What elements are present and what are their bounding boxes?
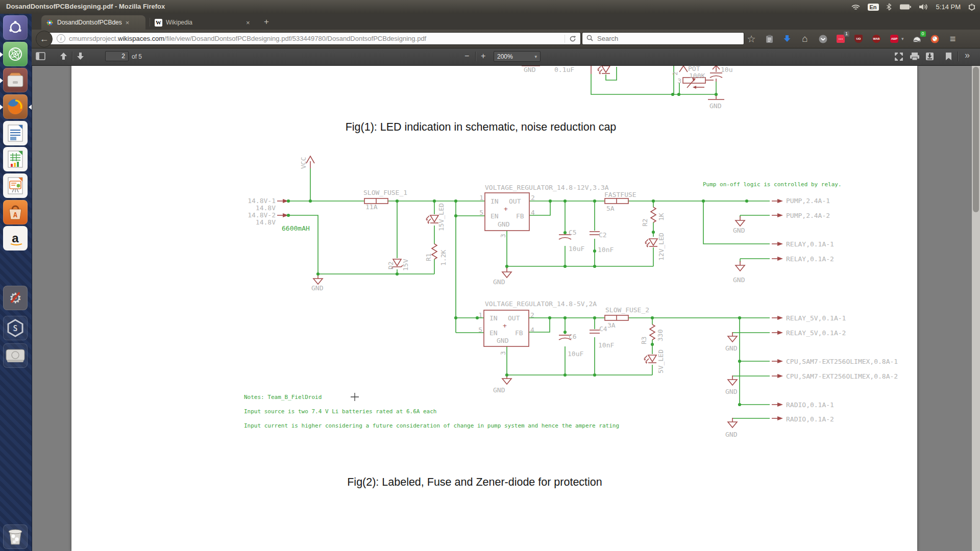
keyboard-indicator[interactable]: En xyxy=(868,4,879,11)
schematic-label: Pump on-off logic is controlled by relay… xyxy=(703,181,842,188)
wab-shield-icon[interactable]: WAB xyxy=(872,34,881,43)
battery-icon[interactable] xyxy=(899,4,912,10)
schematic-label: RELAY_5V,0.1A-2 xyxy=(786,329,846,337)
schematic-label: 330 xyxy=(656,330,664,341)
launcher-item-atom[interactable] xyxy=(3,42,28,66)
crosshair-cursor xyxy=(351,393,359,401)
schematic-label: VOLTAGE_REGULATOR_14.8-12V,3.3A xyxy=(485,184,609,191)
schematic-label: VCC xyxy=(300,157,307,169)
new-tab-button[interactable]: + xyxy=(260,17,273,27)
bluetooth-icon[interactable] xyxy=(886,3,892,11)
bookmark-icon[interactable] xyxy=(945,52,952,63)
schematic-label: 14.8V xyxy=(256,218,276,226)
schematic-label: GND xyxy=(725,431,738,438)
download-icon[interactable] xyxy=(925,52,934,63)
menu-hamburger-icon[interactable]: ≡ xyxy=(948,34,958,43)
schematic-label: RELAY,0.1A-1 xyxy=(786,240,834,248)
presentation-mode-icon[interactable] xyxy=(894,52,903,63)
schematic-label: 14.8V-1 xyxy=(248,197,276,205)
schematic-label: GND xyxy=(497,337,509,344)
bookmark-star-icon[interactable]: ☆ xyxy=(747,34,756,43)
clock[interactable]: 5:14 PM xyxy=(936,3,961,11)
volume-icon[interactable] xyxy=(919,3,929,11)
schematic-label: RADIO,0.1A-2 xyxy=(786,415,834,423)
tab-pdf[interactable]: DosandDontsofPCBdes × xyxy=(41,15,145,30)
pocket-icon[interactable] xyxy=(818,34,827,43)
schematic-label: 0.1uF xyxy=(554,66,574,73)
schematic-label: GND xyxy=(493,386,505,394)
schematic-label: R3 xyxy=(640,336,648,344)
schematic-label: EN xyxy=(491,212,499,220)
scrollbar-thumb[interactable] xyxy=(973,67,979,212)
schematic-label: 5 xyxy=(478,326,482,334)
schematic-label: RELAY_5V,0.1A-1 xyxy=(786,314,846,322)
schematic-label: 4 xyxy=(530,326,534,334)
wikipedia-favicon: W xyxy=(155,19,162,27)
zoom-out-button[interactable]: − xyxy=(464,51,469,61)
zoom-in-button[interactable]: + xyxy=(481,51,485,61)
next-page-icon[interactable] xyxy=(77,52,84,62)
running-indicator xyxy=(0,105,3,110)
launcher-item-s-tool[interactable]: S xyxy=(3,316,28,340)
schematic-label: 2 xyxy=(530,311,534,319)
launcher-item-dash[interactable] xyxy=(3,15,28,40)
launcher-item-trash[interactable] xyxy=(3,524,28,549)
schematic-label: 3 xyxy=(499,351,507,355)
launcher-item-firefox[interactable] xyxy=(3,94,28,119)
schematic-label: R1 xyxy=(425,253,432,261)
tab-close-icon[interactable]: × xyxy=(246,19,250,27)
schematic-label: GND xyxy=(733,276,745,284)
launcher-item-disks[interactable] xyxy=(3,343,28,368)
adblock-plus-icon[interactable]: ABP xyxy=(890,34,899,43)
clipboard-icon[interactable] xyxy=(765,34,774,43)
session-gear-icon[interactable] xyxy=(968,3,976,11)
print-icon[interactable] xyxy=(910,52,920,63)
pdf-toolbar: of 5 − + 200% ▾ » xyxy=(32,48,980,66)
duckduckgo-icon[interactable] xyxy=(930,34,940,43)
schematic-label: VOLTAGE_REGULATOR_14.8-5V,2A xyxy=(485,300,597,308)
schematic-label: R2 xyxy=(641,218,649,227)
toolbar-overflow-icon[interactable]: » xyxy=(965,50,970,61)
schematic-label: GND xyxy=(733,227,745,234)
vertical-scrollbar[interactable] xyxy=(972,65,980,551)
ublock-origin-icon[interactable]: UO xyxy=(854,34,863,43)
toggle-sidebar-icon[interactable] xyxy=(36,52,45,62)
url-bar[interactable]: i cmumrsdproject.wikispaces.com/file/vie… xyxy=(47,32,581,45)
previous-page-icon[interactable] xyxy=(60,52,67,62)
schematic-label: C2 xyxy=(599,231,607,239)
ghostery-icon[interactable]: 0 xyxy=(913,34,922,43)
download-arrow-icon[interactable] xyxy=(782,34,792,43)
page-number-input[interactable] xyxy=(105,51,129,61)
launcher-item-settings[interactable]: ⚙ xyxy=(3,286,28,310)
home-icon[interactable]: ⌂ xyxy=(800,34,810,43)
info-icon[interactable]: i xyxy=(57,34,65,43)
svg-text:A: A xyxy=(13,211,18,219)
url-text: cmumrsdproject.wikispaces.com/file/view/… xyxy=(69,35,560,42)
launcher-item-software-center[interactable]: A xyxy=(3,200,28,224)
tab-close-icon[interactable]: × xyxy=(126,19,130,27)
reload-icon[interactable] xyxy=(565,35,576,43)
launcher-item-amazon[interactable]: a xyxy=(3,226,28,251)
schematic-label: 1.2K xyxy=(439,250,447,266)
schematic-label: GND xyxy=(493,278,505,286)
schematic-label: 14.8V xyxy=(256,204,276,212)
running-indicator xyxy=(0,52,3,57)
launcher-item-writer[interactable] xyxy=(3,121,28,145)
launcher-item-impress[interactable] xyxy=(3,173,28,198)
back-button[interactable]: ← xyxy=(36,31,53,47)
zoom-select[interactable]: 200% ▾ xyxy=(494,51,541,62)
schematic-label: + xyxy=(504,205,508,213)
schematic-label: 5V_LED xyxy=(657,349,665,373)
abp-caret-icon[interactable]: ▾ xyxy=(901,36,904,41)
schematic-label: 3 xyxy=(677,77,681,85)
tab-wikipedia[interactable]: W Wikipedia × xyxy=(150,15,255,30)
search-input[interactable] xyxy=(596,34,726,43)
extension-notification-icon[interactable]: ⋯1 xyxy=(836,34,845,43)
search-bar[interactable] xyxy=(582,32,744,45)
launcher-item-files[interactable] xyxy=(3,68,28,92)
schematic-label: + xyxy=(503,322,507,330)
wifi-icon[interactable] xyxy=(851,3,861,11)
launcher-item-calc[interactable] xyxy=(3,147,28,171)
schematic-label: 2 xyxy=(531,194,535,202)
schematic-label: 3 xyxy=(499,234,507,238)
